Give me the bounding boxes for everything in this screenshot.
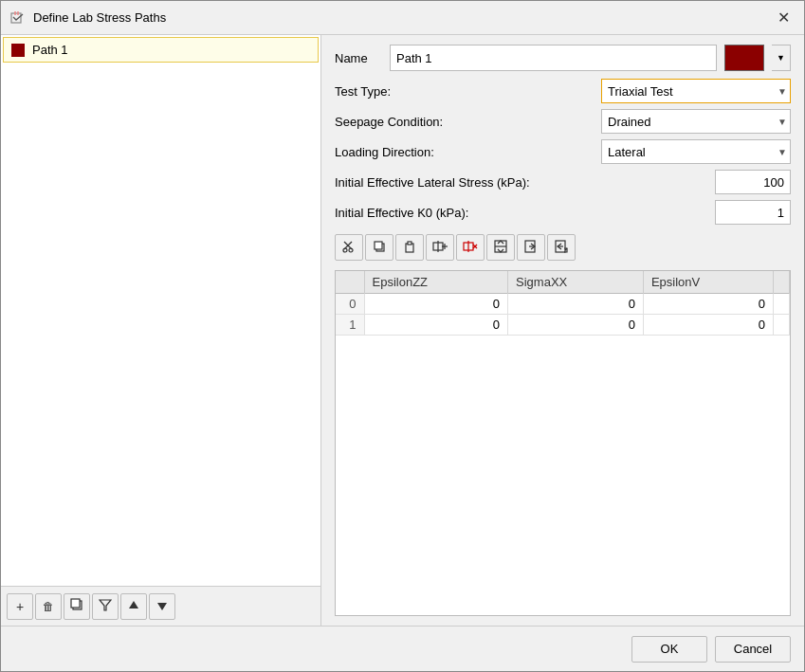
loading-label: Loading Direction: — [335, 145, 434, 159]
cell-epsilonzz-1[interactable]: 0 — [364, 315, 508, 336]
seepage-select-wrapper: Drained Undrained ▼ — [601, 109, 791, 134]
table-toolbar — [335, 232, 791, 263]
title-bar: Define Lab Stress Paths ✕ — [1, 1, 804, 35]
svg-marker-7 — [129, 601, 138, 608]
svg-rect-16 — [408, 242, 412, 245]
insert-row-button[interactable] — [426, 234, 454, 261]
test-type-label: Test Type: — [335, 84, 391, 99]
ok-button[interactable]: OK — [631, 636, 707, 663]
main-content: Path 1 + 🗑 — [1, 35, 804, 626]
seepage-row: Seepage Condition: Drained Undrained ▼ — [335, 109, 791, 134]
cut-button[interactable] — [335, 234, 363, 261]
delete-row-button[interactable] — [456, 234, 485, 261]
loading-row: Loading Direction: Lateral Axial ▼ — [335, 139, 791, 164]
dialog-title: Define Lab Stress Paths — [33, 10, 166, 25]
paste-icon — [403, 240, 416, 256]
add-icon: + — [16, 599, 24, 614]
up-arrow-icon — [128, 599, 139, 614]
table-scroll-area[interactable]: EpsilonZZ SigmaXX EpsilonV 0 0 0 — [336, 271, 790, 615]
test-type-select[interactable]: Triaxial Test Simple Shear Oedometer — [601, 79, 791, 103]
row-index-0: 0 — [336, 294, 364, 315]
import-icon — [524, 240, 538, 256]
svg-rect-3 — [11, 44, 25, 57]
delete-icon: 🗑 — [43, 600, 54, 613]
path-color-swatch — [11, 44, 25, 57]
list-item-label: Path 1 — [32, 43, 68, 57]
svg-rect-14 — [375, 242, 382, 249]
form-section: Test Type: Triaxial Test Simple Shear Oe… — [335, 79, 791, 225]
col-index-header — [336, 271, 364, 294]
test-type-row: Test Type: Triaxial Test Simple Shear Oe… — [335, 79, 791, 103]
lateral-stress-input[interactable] — [715, 170, 791, 194]
col-sigmaxx-header: SigmaXX — [508, 271, 644, 294]
filter-button[interactable] — [92, 593, 119, 620]
merge-icon — [494, 240, 507, 256]
col-epsilonzz-header: EpsilonZZ — [364, 271, 508, 294]
delete-path-button[interactable]: 🗑 — [35, 593, 62, 620]
data-table-wrapper: EpsilonZZ SigmaXX EpsilonV 0 0 0 — [335, 270, 791, 616]
move-down-button[interactable] — [149, 593, 175, 620]
dialog-icon — [10, 10, 26, 26]
k0-input[interactable] — [715, 200, 791, 225]
close-button[interactable]: ✕ — [772, 7, 795, 29]
merge-button[interactable] — [486, 234, 515, 261]
cell-extra-0 — [774, 294, 790, 315]
delete-row-icon — [463, 240, 478, 256]
paste-button[interactable] — [395, 234, 424, 261]
table-row: 1 0 0 0 — [336, 315, 790, 336]
test-type-select-wrapper: Triaxial Test Simple Shear Oedometer ▼ — [601, 79, 791, 103]
add-path-button[interactable]: + — [7, 593, 33, 620]
lateral-stress-row: Initial Effective Lateral Stress (kPa): — [335, 170, 791, 194]
col-epsilonv-header: EpsilonV — [643, 271, 773, 294]
seepage-select[interactable]: Drained Undrained — [601, 109, 791, 134]
loading-select[interactable]: Lateral Axial — [601, 139, 791, 164]
name-label: Name — [335, 51, 382, 65]
cell-epsilonzz-0[interactable]: 0 — [364, 294, 508, 315]
cut-icon — [342, 240, 356, 256]
dialog-footer: OK Cancel — [1, 626, 804, 671]
name-row: Name ▼ — [335, 45, 791, 71]
k0-label: Initial Effective K0 (kPa): — [335, 206, 468, 220]
dialog-window: Define Lab Stress Paths ✕ Path 1 + 🗑 — [0, 0, 805, 672]
copy-icon — [70, 598, 83, 614]
svg-marker-8 — [157, 603, 167, 610]
col-extra-header — [774, 271, 790, 294]
cell-epsilonv-0[interactable]: 0 — [643, 294, 773, 315]
color-picker-button[interactable] — [724, 45, 764, 71]
k0-row: Initial Effective K0 (kPa): — [335, 200, 791, 225]
left-toolbar: + 🗑 — [1, 586, 320, 626]
table-row: 0 0 0 0 — [336, 294, 790, 315]
name-input[interactable] — [390, 45, 717, 71]
left-panel: Path 1 + 🗑 — [1, 35, 321, 626]
svg-rect-0 — [11, 13, 21, 23]
right-panel: Name ▼ Test Type: Triaxial Test Simple S… — [321, 35, 804, 626]
loading-select-wrapper: Lateral Axial ▼ — [601, 139, 791, 164]
table-header-row: EpsilonZZ SigmaXX EpsilonV — [336, 271, 790, 294]
cell-sigmaxx-0[interactable]: 0 — [508, 294, 644, 315]
svg-marker-6 — [100, 600, 111, 610]
cell-extra-1 — [774, 315, 790, 336]
insert-row-icon — [432, 240, 448, 256]
svg-rect-5 — [71, 599, 80, 608]
copy-path-button[interactable] — [64, 593, 90, 620]
move-up-button[interactable] — [120, 593, 147, 620]
table-body: 0 0 0 0 1 0 0 0 — [336, 294, 790, 336]
down-arrow-icon — [156, 599, 168, 614]
data-table: EpsilonZZ SigmaXX EpsilonV 0 0 0 — [336, 271, 790, 336]
filter-icon — [99, 598, 112, 614]
path-list: Path 1 — [1, 35, 320, 586]
row-index-1: 1 — [336, 315, 364, 336]
cancel-button[interactable]: Cancel — [715, 636, 791, 663]
copy-rows-button[interactable] — [365, 234, 393, 261]
import-button[interactable] — [517, 234, 545, 261]
lateral-stress-label: Initial Effective Lateral Stress (kPa): — [335, 175, 530, 190]
list-item[interactable]: Path 1 — [3, 37, 319, 63]
copy-rows-icon — [373, 240, 386, 256]
title-bar-left: Define Lab Stress Paths — [10, 10, 166, 26]
color-dropdown-button[interactable]: ▼ — [772, 45, 791, 71]
seepage-label: Seepage Condition: — [335, 115, 443, 129]
cell-epsilonv-1[interactable]: 0 — [643, 315, 773, 336]
export-button[interactable] — [547, 234, 576, 261]
cell-sigmaxx-1[interactable]: 0 — [508, 315, 644, 336]
export-icon — [555, 240, 568, 256]
